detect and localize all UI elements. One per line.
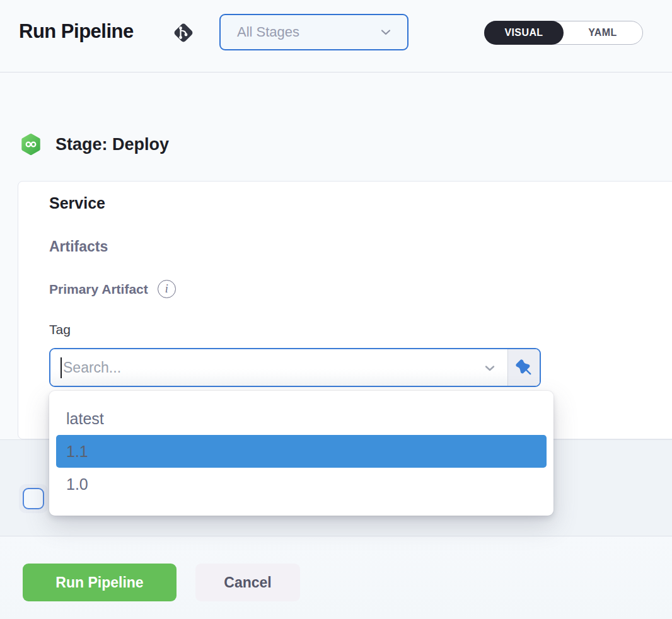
tag-option-1-1[interactable]: 1.1 — [56, 435, 547, 468]
service-heading: Service — [49, 194, 105, 212]
primary-artifact-row: Primary Artifact i — [49, 280, 176, 298]
tag-combobox[interactable] — [49, 348, 541, 387]
tag-option-1-0[interactable]: 1.0 — [56, 468, 547, 500]
tag-options-menu: latest 1.1 1.0 — [49, 391, 553, 516]
option-checkbox[interactable] — [23, 488, 44, 509]
artifacts-heading: Artifacts — [49, 238, 108, 255]
stage-filter-value: All Stages — [237, 24, 299, 40]
primary-artifact-label: Primary Artifact — [49, 282, 148, 297]
toggle-visual[interactable]: VISUAL — [484, 21, 564, 45]
footer: Run Pipeline Cancel — [0, 536, 672, 619]
stage-heading-row: Stage: Deploy — [19, 132, 169, 156]
tag-label: Tag — [49, 322, 71, 337]
stage-label: Stage: Deploy — [55, 135, 169, 154]
tag-search-field — [50, 349, 507, 386]
page-title: Run Pipeline — [19, 20, 134, 43]
view-mode-toggle: VISUAL YAML — [484, 21, 643, 45]
tag-option-latest[interactable]: latest — [56, 402, 547, 435]
toggle-yaml[interactable]: YAML — [563, 21, 642, 44]
chevron-down-icon — [482, 361, 497, 376]
header: Run Pipeline All Stages VISUAL YAML — [0, 0, 672, 72]
chevron-down-icon — [378, 25, 393, 40]
git-diamond-icon — [171, 20, 196, 45]
info-icon[interactable]: i — [158, 280, 176, 298]
text-cursor — [61, 357, 62, 378]
run-pipeline-button[interactable]: Run Pipeline — [23, 564, 177, 601]
cd-stage-icon — [19, 132, 43, 156]
tag-search-input[interactable] — [50, 349, 507, 386]
pin-icon — [516, 359, 532, 376]
stage-filter-select[interactable]: All Stages — [219, 14, 408, 50]
run-pipeline-dialog: Run Pipeline All Stages VISUAL YAML — [0, 0, 672, 619]
cancel-button[interactable]: Cancel — [195, 564, 300, 601]
pin-button[interactable] — [507, 349, 540, 386]
